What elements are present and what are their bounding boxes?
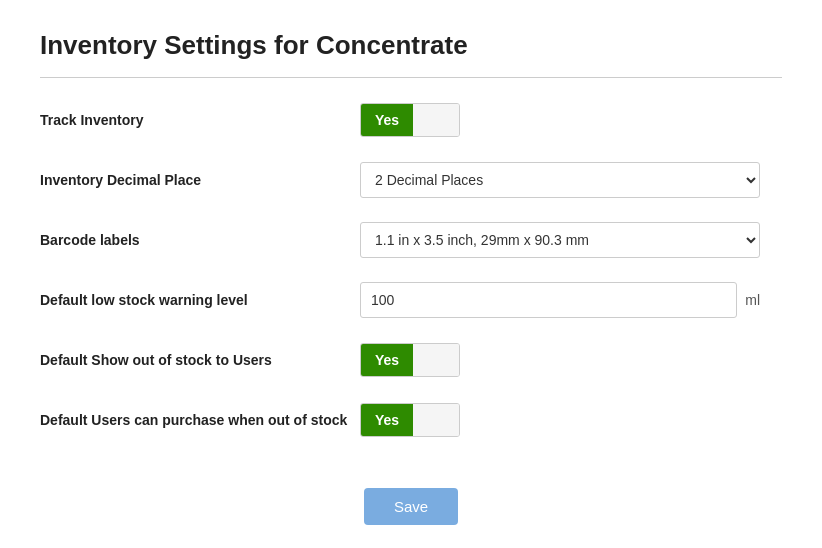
show-out-of-stock-no[interactable] (413, 344, 459, 376)
barcode-labels-select[interactable]: 1.1 in x 3.5 inch, 29mm x 90.3 mm 2 in x… (360, 222, 760, 258)
low-stock-unit: ml (745, 292, 760, 308)
purchase-out-of-stock-row: Default Users can purchase when out of s… (40, 402, 782, 438)
decimal-place-control: 2 Decimal Places 1 Decimal Place 3 Decim… (360, 162, 782, 198)
barcode-labels-row: Barcode labels 1.1 in x 3.5 inch, 29mm x… (40, 222, 782, 258)
low-stock-control: ml (360, 282, 782, 318)
low-stock-label: Default low stock warning level (40, 292, 360, 308)
barcode-labels-label: Barcode labels (40, 232, 360, 248)
track-inventory-yes[interactable]: Yes (361, 104, 413, 136)
show-out-of-stock-row: Default Show out of stock to Users Yes (40, 342, 782, 378)
low-stock-row: Default low stock warning level ml (40, 282, 782, 318)
purchase-out-of-stock-control: Yes (360, 403, 782, 437)
purchase-out-of-stock-label: Default Users can purchase when out of s… (40, 412, 360, 428)
purchase-out-of-stock-yes[interactable]: Yes (361, 404, 413, 436)
show-out-of-stock-label: Default Show out of stock to Users (40, 352, 360, 368)
track-inventory-label: Track Inventory (40, 112, 360, 128)
page-title: Inventory Settings for Concentrate (40, 30, 782, 61)
barcode-labels-control: 1.1 in x 3.5 inch, 29mm x 90.3 mm 2 in x… (360, 222, 782, 258)
show-out-of-stock-control: Yes (360, 343, 782, 377)
decimal-place-label: Inventory Decimal Place (40, 172, 360, 188)
purchase-out-of-stock-toggle[interactable]: Yes (360, 403, 460, 437)
decimal-place-row: Inventory Decimal Place 2 Decimal Places… (40, 162, 782, 198)
purchase-out-of-stock-no[interactable] (413, 404, 459, 436)
show-out-of-stock-toggle[interactable]: Yes (360, 343, 460, 377)
save-button[interactable]: Save (364, 488, 458, 525)
low-stock-input[interactable] (360, 282, 737, 318)
save-section: Save (40, 488, 782, 525)
track-inventory-row: Track Inventory Yes (40, 102, 782, 138)
track-inventory-toggle[interactable]: Yes (360, 103, 460, 137)
show-out-of-stock-yes[interactable]: Yes (361, 344, 413, 376)
track-inventory-control: Yes (360, 103, 782, 137)
title-divider (40, 77, 782, 78)
low-stock-input-wrapper: ml (360, 282, 760, 318)
decimal-place-select[interactable]: 2 Decimal Places 1 Decimal Place 3 Decim… (360, 162, 760, 198)
track-inventory-no[interactable] (413, 104, 459, 136)
